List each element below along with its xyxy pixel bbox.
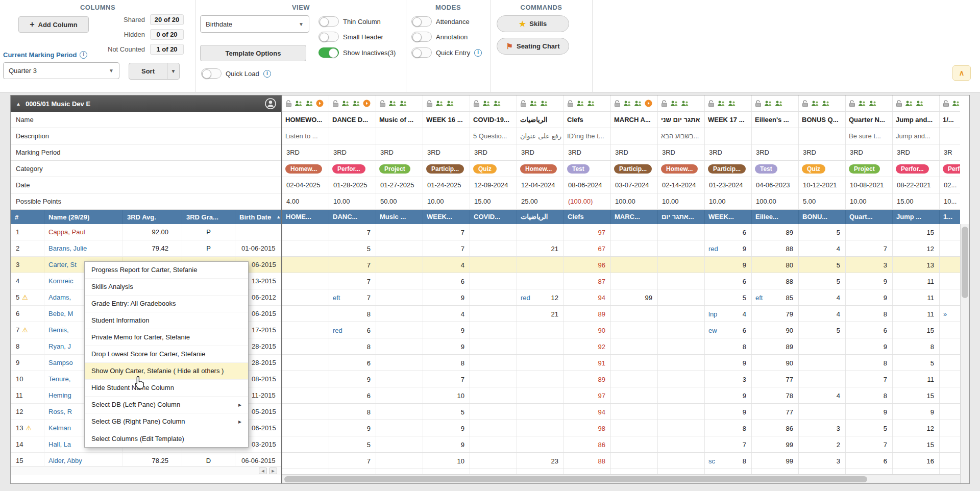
unlock-icon[interactable]: [473, 100, 480, 107]
grade-cell[interactable]: 9: [423, 420, 470, 436]
assignment-name[interactable]: 1/...: [940, 112, 960, 128]
grade-cell[interactable]: 9: [423, 338, 470, 354]
grade-cell[interactable]: [517, 404, 564, 420]
assignment-column-header[interactable]: WEEK...: [423, 210, 470, 224]
grade-cell[interactable]: 80: [752, 257, 799, 273]
grade-cell[interactable]: 99: [611, 289, 658, 305]
context-menu-item[interactable]: Select GB (Right Pane) Column▸: [85, 413, 248, 430]
group-icon[interactable]: [587, 100, 595, 107]
grade-cell[interactable]: 6: [846, 322, 893, 338]
current-marking-period-link[interactable]: Current Marking Period i: [3, 51, 87, 59]
grade-cell[interactable]: 89: [752, 224, 799, 240]
assignment-column-header[interactable]: WEEK...: [705, 210, 752, 224]
grade-cell[interactable]: 15: [893, 436, 940, 452]
unlock-icon[interactable]: [614, 100, 621, 107]
grade-cell[interactable]: [611, 322, 658, 338]
group-icon[interactable]: [822, 100, 830, 107]
unlock-icon[interactable]: [332, 100, 339, 107]
context-menu-item[interactable]: Student Information: [85, 312, 248, 329]
grade-cell[interactable]: 8: [705, 420, 752, 436]
unlock-icon[interactable]: [849, 100, 855, 107]
grade-cell[interactable]: 9: [705, 404, 752, 420]
grade-cell[interactable]: [376, 240, 423, 256]
grade-cell[interactable]: 2: [799, 436, 846, 452]
grade-cell[interactable]: eft85: [752, 289, 799, 305]
grade-cell[interactable]: 7: [705, 436, 752, 452]
grade-cell[interactable]: 3: [846, 257, 893, 273]
grade-cell[interactable]: 96: [564, 257, 611, 273]
grade-cell[interactable]: 89: [564, 306, 611, 322]
unlock-icon[interactable]: [755, 100, 762, 107]
grade-cell[interactable]: [517, 387, 564, 403]
group-icon[interactable]: [482, 100, 491, 107]
grade-cell[interactable]: 90: [752, 355, 799, 371]
group-icon[interactable]: [681, 100, 689, 107]
grade-cell[interactable]: [470, 371, 517, 387]
grade-cell[interactable]: [517, 355, 564, 371]
grade-cell[interactable]: [799, 371, 846, 387]
grade-cell[interactable]: 21: [517, 240, 564, 256]
context-menu-item[interactable]: Progress Report for Carter, Stefanie: [85, 262, 248, 279]
grade-cell[interactable]: [940, 355, 960, 371]
show-inactives-toggle[interactable]: [318, 47, 339, 58]
grade-cell[interactable]: 7: [423, 240, 470, 256]
seating-chart-button[interactable]: ⚑ Seating Chart: [497, 38, 569, 55]
group-icon[interactable]: [623, 100, 631, 107]
view-column-dropdown[interactable]: Birthdate ▼: [200, 15, 309, 33]
grade-cell[interactable]: red6: [329, 322, 376, 338]
grade-cell[interactable]: 9: [705, 355, 752, 371]
grade-cell[interactable]: [658, 257, 705, 273]
grade-cell[interactable]: [282, 420, 329, 436]
assignment-column-header[interactable]: الرياضيات: [517, 210, 564, 224]
unlock-icon[interactable]: [943, 100, 949, 107]
grade-cell[interactable]: 15: [893, 387, 940, 403]
class-header-bar[interactable]: ▲ 0005/01 Music Dev E: [11, 95, 281, 112]
grade-cell[interactable]: 5: [799, 224, 846, 240]
assignment-name[interactable]: WEEK 17 ...: [705, 112, 752, 128]
grade-cell[interactable]: 5: [799, 273, 846, 289]
grade-cell[interactable]: 10: [423, 453, 470, 469]
expand-arrow-icon[interactable]: [645, 100, 652, 107]
assignment-column-header[interactable]: BONU...: [799, 210, 846, 224]
grade-cell[interactable]: [799, 355, 846, 371]
unlock-icon[interactable]: [661, 100, 668, 107]
grade-cell[interactable]: 21: [517, 306, 564, 322]
unlock-icon[interactable]: [285, 100, 292, 107]
horizontal-scrollbar-thumb[interactable]: [284, 476, 867, 482]
vertical-scrollbar[interactable]: [960, 224, 969, 483]
grade-cell[interactable]: 8: [705, 338, 752, 354]
grade-cell[interactable]: [282, 453, 329, 469]
grade-cell[interactable]: [940, 404, 960, 420]
grade-cell[interactable]: [611, 404, 658, 420]
grade-cell[interactable]: [470, 224, 517, 240]
grade-cell[interactable]: 13: [893, 257, 940, 273]
student-row[interactable]: 1Cappa, Paul92.00P: [11, 224, 281, 240]
group-icon[interactable]: [529, 100, 537, 107]
group-icon[interactable]: [493, 100, 501, 107]
grade-cell[interactable]: [376, 306, 423, 322]
group-icon[interactable]: [811, 100, 819, 107]
grade-cell[interactable]: 7: [846, 240, 893, 256]
grade-cell[interactable]: 8: [329, 338, 376, 354]
grade-cell[interactable]: [517, 322, 564, 338]
grade-cell[interactable]: [940, 436, 960, 452]
grade-cell[interactable]: [611, 338, 658, 354]
grade-cell[interactable]: [282, 224, 329, 240]
grade-cell[interactable]: [376, 273, 423, 289]
grade-cell[interactable]: 97: [564, 224, 611, 240]
grade-cell[interactable]: 88: [752, 273, 799, 289]
template-options-button[interactable]: Template Options: [200, 45, 306, 61]
grade-cell[interactable]: [376, 355, 423, 371]
grade-cell[interactable]: 6: [846, 453, 893, 469]
context-menu-item[interactable]: Skills Analysis: [85, 279, 248, 296]
grade-cell[interactable]: [282, 404, 329, 420]
group-icon[interactable]: [305, 100, 313, 107]
grade-cell[interactable]: [517, 436, 564, 452]
grade-cell[interactable]: [940, 240, 960, 256]
grade-cell[interactable]: [470, 240, 517, 256]
grade-cell[interactable]: [658, 436, 705, 452]
unlock-icon[interactable]: [896, 100, 902, 107]
grade-cell[interactable]: 88: [752, 240, 799, 256]
grade-cell[interactable]: [611, 306, 658, 322]
grade-cell[interactable]: [376, 289, 423, 305]
